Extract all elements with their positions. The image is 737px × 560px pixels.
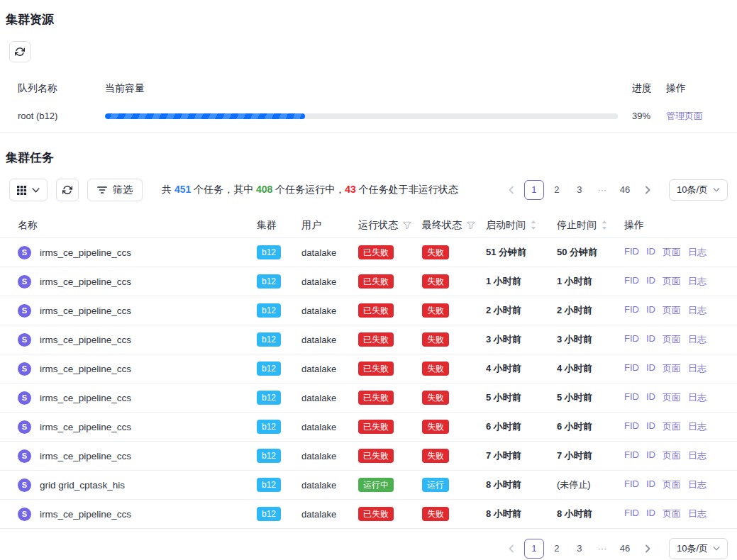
final-status-badge: 失败: [422, 274, 449, 289]
user-name: datalake: [301, 364, 358, 374]
task-name: grid grid_cptask_his: [40, 480, 125, 491]
action-link-page[interactable]: 页面: [663, 391, 681, 404]
action-link-log[interactable]: 日志: [688, 275, 706, 288]
page-button-1[interactable]: 1: [524, 180, 544, 200]
user-name: datalake: [301, 247, 358, 258]
start-time: 7 小时前: [486, 449, 557, 462]
user-name: datalake: [301, 509, 358, 520]
action-link-fid[interactable]: FID: [624, 362, 639, 375]
start-time: 5 小时前: [486, 391, 557, 404]
action-link-id[interactable]: ID: [646, 420, 655, 433]
page-button-3[interactable]: 3: [570, 180, 589, 200]
stop-time: 7 小时前: [557, 449, 624, 462]
action-link-fid[interactable]: FID: [624, 508, 639, 520]
run-status-badge: 已失败: [358, 362, 394, 376]
page-button-46[interactable]: 46: [615, 180, 635, 200]
action-link-page[interactable]: 页面: [663, 362, 681, 375]
action-link-log[interactable]: 日志: [688, 449, 706, 462]
page-button-46[interactable]: 46: [615, 539, 635, 559]
col-actions: 操作: [624, 219, 727, 232]
manage-page-link[interactable]: 管理页面: [666, 111, 703, 121]
next-page-button[interactable]: [638, 539, 658, 559]
action-link-log[interactable]: 日志: [688, 420, 706, 433]
next-page-button[interactable]: [638, 180, 658, 200]
page-button-2[interactable]: 2: [547, 539, 567, 559]
action-link-id[interactable]: ID: [646, 508, 655, 520]
action-link-fid[interactable]: FID: [624, 304, 639, 317]
page-size-select[interactable]: 10条/页: [669, 179, 728, 201]
filter-button[interactable]: 筛选: [87, 179, 143, 201]
cluster-tag: b12: [257, 362, 281, 376]
action-link-page[interactable]: 页面: [663, 478, 681, 491]
stop-time: (未停止): [557, 478, 624, 491]
row-actions: FIDID页面日志: [624, 275, 727, 288]
queue-name: root (b12): [18, 111, 105, 121]
action-link-log[interactable]: 日志: [688, 333, 706, 346]
action-link-fid[interactable]: FID: [624, 333, 639, 346]
layout-dropdown-button[interactable]: [9, 179, 48, 201]
action-link-log[interactable]: 日志: [688, 391, 706, 404]
task-name-cell: Sirms_ce_pipeline_ccs: [18, 420, 257, 434]
pagination-bottom-slot: 1 2 3 ··· 46 10条/页: [0, 538, 728, 559]
action-link-id[interactable]: ID: [646, 304, 655, 317]
filter-funnel-icon[interactable]: [467, 221, 475, 230]
start-time: 51 分钟前: [486, 246, 557, 259]
user-name: datalake: [301, 451, 358, 461]
action-link-id[interactable]: ID: [646, 333, 655, 346]
page-ellipsis[interactable]: ···: [592, 539, 612, 559]
action-link-id[interactable]: ID: [646, 246, 655, 259]
final-status-badge: 失败: [422, 245, 449, 259]
start-time: 8 小时前: [486, 478, 557, 491]
task-name: irms_ce_pipeline_ccs: [40, 393, 131, 403]
stop-time: 3 小时前: [557, 333, 624, 346]
run-status-badge: 已失败: [358, 391, 394, 405]
action-link-log[interactable]: 日志: [688, 508, 706, 520]
action-link-fid[interactable]: FID: [624, 275, 639, 288]
page-ellipsis[interactable]: ···: [592, 180, 612, 200]
action-link-page[interactable]: 页面: [663, 304, 681, 317]
action-link-page[interactable]: 页面: [663, 246, 681, 259]
action-link-id[interactable]: ID: [646, 449, 655, 462]
page-button-1[interactable]: 1: [524, 539, 544, 559]
page-button-3[interactable]: 3: [570, 539, 589, 559]
user-name: datalake: [301, 306, 358, 316]
action-link-fid[interactable]: FID: [624, 449, 639, 462]
tasks-table-body: Sirms_ce_pipeline_ccsb12datalake已失败失败51 …: [0, 238, 737, 529]
action-link-id[interactable]: ID: [646, 362, 655, 375]
action-link-log[interactable]: 日志: [688, 478, 706, 491]
action-link-id[interactable]: ID: [646, 275, 655, 288]
action-link-fid[interactable]: FID: [624, 478, 639, 491]
action-link-log[interactable]: 日志: [688, 362, 706, 375]
action-link-page[interactable]: 页面: [663, 508, 681, 520]
page-button-2[interactable]: 2: [547, 180, 567, 200]
action-link-fid[interactable]: FID: [624, 246, 639, 259]
row-actions: FIDID页面日志: [624, 508, 727, 520]
prev-page-button[interactable]: [502, 180, 521, 200]
chevron-down-icon: [713, 547, 720, 551]
user-name: datalake: [301, 335, 358, 345]
prev-page-button[interactable]: [502, 539, 521, 559]
action-link-id[interactable]: ID: [646, 478, 655, 491]
action-link-page[interactable]: 页面: [663, 275, 681, 288]
action-link-fid[interactable]: FID: [624, 420, 639, 433]
page-size-select[interactable]: 10条/页: [669, 538, 728, 559]
action-link-log[interactable]: 日志: [688, 246, 706, 259]
resources-refresh-button[interactable]: [9, 41, 31, 62]
sort-icon[interactable]: [531, 220, 536, 230]
action-link-fid[interactable]: FID: [624, 391, 639, 404]
page-size-label: 10条/页: [677, 542, 708, 555]
action-link-page[interactable]: 页面: [663, 449, 681, 462]
tasks-refresh-button[interactable]: [56, 179, 79, 201]
col-action: 操作: [666, 82, 727, 95]
final-status-badge: 失败: [422, 420, 449, 434]
cluster-tag: b12: [257, 391, 281, 405]
filter-funnel-icon[interactable]: [403, 221, 411, 230]
final-status-badge: 失败: [422, 449, 449, 463]
action-link-page[interactable]: 页面: [663, 420, 681, 433]
action-link-page[interactable]: 页面: [663, 333, 681, 346]
task-name: irms_ce_pipeline_ccs: [40, 509, 131, 520]
action-link-log[interactable]: 日志: [688, 304, 706, 317]
row-actions: FIDID页面日志: [624, 449, 727, 462]
sort-icon[interactable]: [602, 220, 607, 230]
action-link-id[interactable]: ID: [646, 391, 655, 404]
